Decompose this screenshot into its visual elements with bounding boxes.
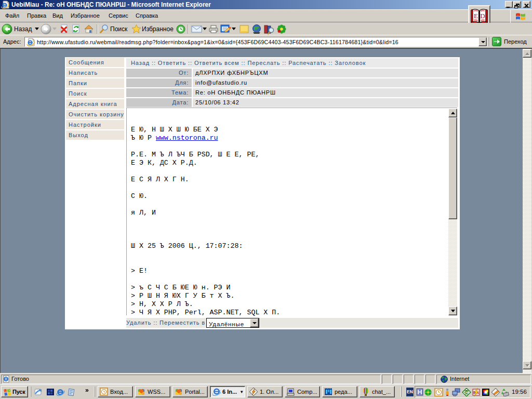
svg-text:E: E xyxy=(474,12,478,20)
svg-text:D: D xyxy=(480,12,485,20)
svg-text:DW: DW xyxy=(464,391,470,394)
